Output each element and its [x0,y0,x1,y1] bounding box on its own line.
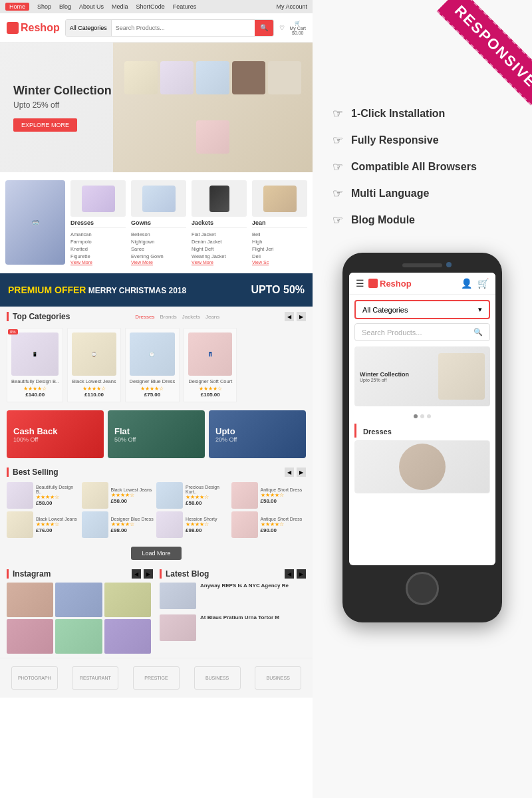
promo-upto-sub: 20% Off [215,436,299,443]
ribbon: RESPONSIVE [437,0,532,105]
nav-about[interactable]: About Us [79,3,104,10]
list-item[interactable]: Wearing Jacket [192,253,247,260]
nav-shortcode[interactable]: ShortCode [136,3,165,10]
list-item[interactable]: Saree [131,245,186,253]
blog-next[interactable]: ▶ [297,569,306,579]
insta-img-5[interactable] [55,619,102,654]
bs-card-6[interactable]: Designer Blue Dress ★★★★☆ £98.00 [82,511,154,538]
bs-card-1[interactable]: Beautifully Design B.. ★★★★☆ £58.00 [7,482,79,509]
cart-group[interactable]: 🛒 My Cart $0.00 [290,21,307,35]
blog-item-2[interactable]: At Blaus Pratium Urna Tortor M [160,614,306,641]
bs-card-2[interactable]: Black Lowest Jeans ★★★★☆ £58.00 [82,482,154,509]
cat-jackets-view-more[interactable]: View More [192,260,247,265]
insta-img-3[interactable] [104,583,151,617]
list-item[interactable]: Denim Jacket [192,238,247,245]
partner-2: RESTAURANT [72,666,118,690]
nav-features[interactable]: Features [173,3,197,10]
insta-img-6[interactable] [104,619,151,654]
list-item[interactable]: Belleson [131,231,186,238]
bs-stars-5: ★★★★☆ [36,521,77,527]
phone-user-icon[interactable]: 👤 [461,278,472,289]
promo-cashback[interactable]: Cash Back 100% Off [7,410,104,458]
section-tabs: Dresses Brands Jackets Jeans [135,314,219,320]
product-card-3[interactable]: 🕐 Designer Blue Dress ★★★★☆ £75.00 [125,328,180,402]
list-item[interactable]: High [252,238,307,245]
phone-search-icon[interactable]: 🔍 [473,328,483,336]
insta-img-1[interactable] [7,583,53,617]
insta-prev[interactable]: ◀ [132,569,141,579]
list-item[interactable]: Fiat Jacket [192,231,247,238]
cat-gowns-view-more[interactable]: View More [131,260,186,265]
list-item[interactable]: Nightgown [131,238,186,245]
list-item[interactable]: Amarican [70,231,126,238]
nav-shop[interactable]: Shop [37,3,51,10]
next-arrow[interactable]: ▶ [297,312,306,321]
product-card-1[interactable]: 0% 📱 Beautifully Design B.. ★★★★☆ £140.0… [7,328,63,402]
promo-upto[interactable]: Upto 20% Off [209,410,306,458]
bs-card-4[interactable]: Antique Short Dress ★★★★☆ £58.00 [231,482,304,509]
instagram-grid [7,583,153,654]
bs-next-arrow[interactable]: ▶ [297,467,306,477]
blog-prev[interactable]: ◀ [285,569,294,579]
product-price-1: £140.00 [11,392,59,398]
list-item[interactable]: Farmpolo [70,238,126,245]
insta-img-4[interactable] [7,619,53,654]
search-button[interactable]: 🔍 [255,20,273,36]
search-category[interactable]: All Categories [66,20,112,36]
tab-brands[interactable]: Brands [160,314,176,320]
phone-header-icons: 👤 🛒 [461,278,489,289]
cart-label: My Cart [290,26,307,31]
bs-prev-arrow[interactable]: ◀ [285,467,294,477]
list-item[interactable]: Bell [252,231,307,238]
bs-price-4: £58.00 [261,498,303,504]
nav-media[interactable]: Media [112,3,128,10]
phone-hamburger-icon[interactable]: ☰ [356,278,364,289]
phone-section-title: Dresses [354,424,490,438]
nav-home[interactable]: Home [5,3,29,11]
promo-upto-title: Upto [215,426,299,436]
cart-icon[interactable]: 🛒 [295,21,301,26]
search-input[interactable] [112,20,255,36]
phone-category-select[interactable]: All Categories ▾ [354,300,490,319]
phone-search-section: All Categories ▾ Search Products... 🔍 [349,295,495,346]
bs-card-8[interactable]: Antique Short Dress ★★★★☆ £90.00 [231,511,304,538]
list-item[interactable]: Night Deft [192,245,247,253]
right-panel: RESPONSIVE ☞ 1-Click Installation ☞ Full… [313,0,532,798]
bs-card-3[interactable]: Precious Design Kurt.. ★★★★☆ £58.00 [156,482,229,509]
list-item[interactable]: Flight Jeri [252,245,307,253]
promo-cashback-title: Cash Back [13,426,97,436]
bs-card-5[interactable]: Black Lowest Jeans ★★★★☆ £76.00 [7,511,79,538]
nav-blog[interactable]: Blog [59,3,71,10]
bs-price-6: £98.00 [111,527,154,533]
tab-dresses[interactable]: Dresses [135,314,154,320]
prev-arrow[interactable]: ◀ [285,312,294,321]
top-categories-header: Top Categories Dresses Brands Jackets Je… [0,307,313,324]
insta-img-2[interactable] [55,583,102,617]
explore-button[interactable]: EXPLORE MORE [13,118,77,132]
list-item[interactable]: Figurette [70,253,126,260]
list-item[interactable]: Deli [252,253,307,260]
cat-dresses-view-more[interactable]: View More [70,260,126,265]
insta-next[interactable]: ▶ [144,569,153,579]
hero-product-2 [160,61,194,94]
partner-4: BUSINESS [194,666,241,690]
hero-title: Winter Collection [13,84,112,98]
nav-account[interactable]: My Account [276,3,307,10]
blog-item-1[interactable]: Anyway REPS Is A NYC Agency Re [160,583,306,609]
wishlist-icon[interactable]: ♡ [279,25,285,31]
promo-flat[interactable]: Flat 50% Off [108,410,205,458]
phone-cart-icon[interactable]: 🛒 [477,278,489,289]
list-item[interactable]: Knotted [70,245,126,253]
cat-jeans-view-more[interactable]: View Sc [252,260,307,265]
tab-jeans[interactable]: Jeans [205,314,219,320]
instagram-header: Instagram ◀ ▶ [7,569,153,583]
tab-jackets[interactable]: Jackets [182,314,200,320]
product-card-2[interactable]: ⌚ Black Lowest Jeans ★★★★☆ £110.00 [67,328,120,402]
product-card-4[interactable]: 👖 Designer Soft Court ★★★★☆ £105.00 [184,328,237,402]
list-item[interactable]: Evening Gown [131,253,186,260]
load-more-button[interactable]: Load More [131,547,181,560]
xmas-subtitle: MERRY CHRISTMAS 2018 [88,286,186,295]
load-more-row: Load More [0,541,313,565]
phone-home-button[interactable] [406,572,439,605]
bs-card-7[interactable]: Hession Shorty ★★★★☆ £98.00 [156,511,229,538]
